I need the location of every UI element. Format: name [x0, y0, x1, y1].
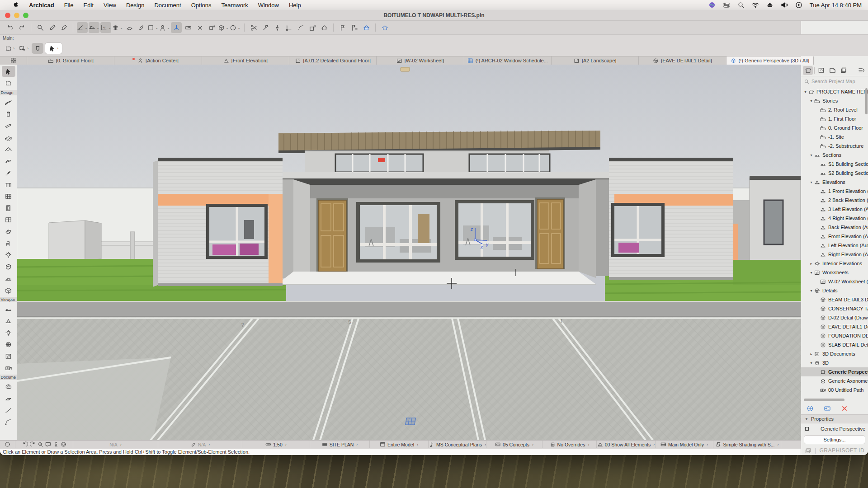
tree-item[interactable]: ▾PROJECT NAME HERE: [801, 87, 868, 96]
preset-chevron-icon[interactable]: ›: [13, 46, 14, 51]
tree-item[interactable]: 2 Back Elevation (: [801, 196, 868, 205]
dropdown-chevron-icon[interactable]: ⌄: [108, 26, 111, 30]
view-tab-5[interactable]: [W-02 Worksheet]: [377, 56, 464, 65]
corner-button[interactable]: [283, 22, 294, 33]
walk-icon[interactable]: [53, 441, 59, 447]
settings-button[interactable]: Settings...: [804, 435, 865, 444]
tool-arc[interactable]: [2, 417, 15, 427]
view-tab-8[interactable]: [EAVE DETAIL1 Detail]: [639, 56, 726, 65]
tool-roof[interactable]: [2, 144, 15, 155]
arrow-tool-button[interactable]: ›: [45, 43, 62, 54]
home-outline-blue-button[interactable]: [379, 22, 390, 33]
tree-item[interactable]: S1 Building Sectio: [801, 160, 868, 169]
radius-circle-icon[interactable]: [5, 441, 10, 447]
resize-box-button[interactable]: [307, 22, 318, 33]
tree-item[interactable]: SLAB DETAIL Deta: [801, 340, 868, 349]
tool-worksheet[interactable]: [2, 351, 15, 361]
tool-curtain-wall[interactable]: [2, 191, 15, 202]
road[interactable]: [17, 301, 801, 317]
preset-chevron-icon[interactable]: ›: [27, 46, 28, 51]
preset-chevron-icon[interactable]: ›: [57, 46, 58, 51]
dropdown-chevron-icon[interactable]: ⌄: [96, 26, 99, 30]
tool-marquee-mini[interactable]: [2, 78, 15, 89]
pencil-button[interactable]: [47, 22, 57, 33]
zoom-window-button[interactable]: [23, 13, 28, 18]
properties-header[interactable]: ▼ Properties: [801, 414, 868, 423]
tab-overview-button[interactable]: [0, 56, 27, 65]
tree-item[interactable]: 3 Left Elevation (A: [801, 205, 868, 214]
tool-hatch[interactable]: [2, 393, 15, 404]
tree-item[interactable]: Left Elevation (Aut: [801, 241, 868, 250]
segment-chevron-icon[interactable]: ›: [356, 442, 358, 447]
left-wing[interactable]: [153, 158, 283, 287]
tree-item[interactable]: ▸3D Documents: [801, 349, 868, 358]
view-tab-3[interactable]: [Front Elevation]: [202, 56, 289, 65]
segment-chevron-icon[interactable]: ›: [532, 442, 533, 447]
navigator-search[interactable]: Search Project Map: [801, 76, 868, 86]
tool-window[interactable]: [2, 214, 15, 225]
sun-marker[interactable]: [401, 67, 410, 71]
tree-item[interactable]: Back Elevation (Au: [801, 223, 868, 232]
plane-button[interactable]: [124, 22, 135, 33]
tree-item[interactable]: S2 Building Sectio: [801, 169, 868, 178]
tree-hscrollbar[interactable]: [804, 399, 844, 401]
menu-item[interactable]: Options: [186, 2, 217, 9]
tree-item[interactable]: Front Elevation (Au: [801, 232, 868, 241]
navigator-publisher-button[interactable]: [839, 66, 849, 75]
stretch-box-button[interactable]: [206, 22, 217, 33]
dropdown-chevron-icon[interactable]: ⌄: [120, 26, 123, 30]
statusbar-n-a[interactable]: N/A›: [73, 441, 158, 448]
segment-chevron-icon[interactable]: ›: [707, 442, 708, 447]
tree-item[interactable]: ▾3D: [801, 358, 868, 367]
tree-item[interactable]: 4 Right Elevation (: [801, 214, 868, 223]
segment-chevron-icon[interactable]: ›: [208, 442, 210, 447]
view-tab-9[interactable]: (!) Generic Perspective [3D / All]: [726, 56, 814, 65]
front-window-left[interactable]: [356, 202, 440, 263]
marquee-preset-button[interactable]: ›: [4, 43, 16, 54]
control-center-icon[interactable]: [723, 1, 730, 9]
tree-item[interactable]: 0. Ground Floor: [801, 123, 868, 132]
pickup-axe-button[interactable]: [260, 22, 271, 33]
dropdown-chevron-icon[interactable]: ⌄: [237, 26, 241, 30]
nav-back-icon[interactable]: [22, 441, 28, 447]
menu-item-archicad[interactable]: Archicad: [24, 2, 59, 9]
tree-item[interactable]: CONSERNACY TA: [801, 304, 868, 313]
grid-snap-button[interactable]: ⌄: [112, 22, 123, 33]
view-tab-2[interactable]: [Action Center]: [114, 56, 202, 65]
tree-open-chevron-icon[interactable]: ▾: [809, 99, 814, 103]
tree-item[interactable]: 00 Untitled Path: [801, 385, 868, 394]
statusbar-00-show-all-elements[interactable]: 00 Show All Elements›: [597, 441, 656, 448]
tree-open-chevron-icon[interactable]: ▾: [809, 361, 814, 365]
tree-closed-chevron-icon[interactable]: ▸: [809, 352, 814, 356]
segment-chevron-icon[interactable]: ›: [417, 442, 418, 447]
tool-elevation[interactable]: [2, 315, 15, 326]
tree-item[interactable]: -2. Substructure: [801, 141, 868, 150]
guide-lines-button[interactable]: ⌄: [89, 22, 99, 33]
profile-person-button[interactable]: ⌄: [159, 22, 170, 33]
menu-item[interactable]: Help: [284, 2, 306, 9]
tool-stair[interactable]: [2, 167, 15, 178]
menu-item[interactable]: Edit: [79, 2, 99, 9]
dropdown-chevron-icon[interactable]: ⌄: [226, 26, 229, 30]
tool-shell[interactable]: [2, 155, 15, 166]
tree-item[interactable]: D-02 Detail (Drawi: [801, 313, 868, 322]
play-circle-icon[interactable]: [795, 1, 802, 9]
tool-wall[interactable]: [2, 97, 15, 108]
tool-lamp[interactable]: [2, 249, 15, 260]
tree-item[interactable]: 1 Front Elevation (: [801, 187, 868, 196]
tree-item[interactable]: FOUNDATION DET: [801, 331, 868, 340]
tree-scrollbar[interactable]: [865, 88, 868, 114]
orbit-icon[interactable]: [61, 441, 66, 447]
tree-item[interactable]: Generic Axonomet: [801, 376, 868, 385]
statusbar-main-model-only[interactable]: Main Model Only›: [656, 441, 713, 448]
segment-chevron-icon[interactable]: ›: [653, 442, 655, 447]
tree-item[interactable]: EAVE DETAIL1 Det: [801, 322, 868, 331]
close-x-button[interactable]: [841, 405, 848, 412]
dimension-ruler-button[interactable]: [183, 22, 193, 33]
window-titlebar[interactable]: BOITUMELO T NDWAPI MULTI-RES.pln: [0, 10, 868, 21]
angle-constraint-button[interactable]: ⌄: [77, 22, 88, 33]
tree-open-chevron-icon[interactable]: ▾: [809, 180, 814, 184]
statusbar-tools[interactable]: [0, 441, 15, 448]
tool-column[interactable]: [2, 108, 15, 119]
selection-preset-button[interactable]: ›: [18, 43, 30, 54]
